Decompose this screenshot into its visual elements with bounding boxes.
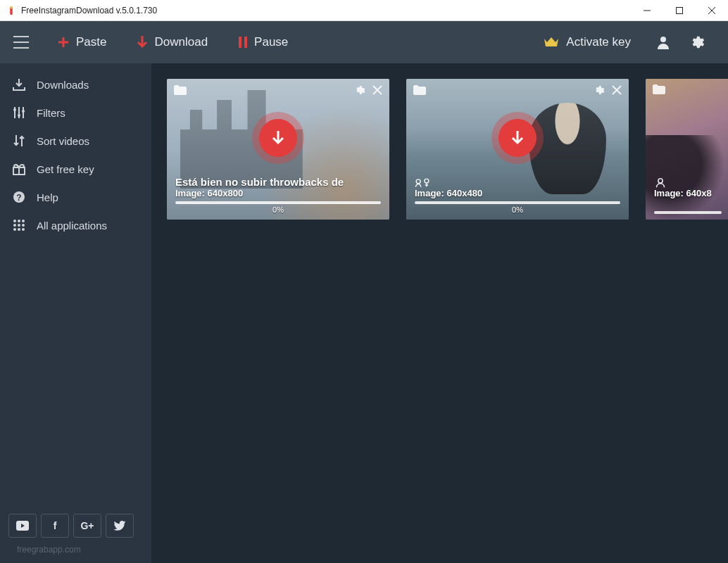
activate-label: Activate key <box>566 35 631 49</box>
pause-label: Pause <box>254 35 288 49</box>
sidebar-item-label: Help <box>37 191 58 203</box>
gift-icon <box>11 162 27 176</box>
googleplus-button[interactable]: G+ <box>73 514 101 538</box>
social-links: f G+ <box>0 514 151 542</box>
window-titlebar: FreeInstagramDownload v.5.0.1.730 <box>0 0 728 21</box>
svg-rect-2 <box>677 7 683 13</box>
activate-key-button[interactable]: Activate key <box>528 21 646 63</box>
download-tray-icon <box>11 77 27 91</box>
download-arrow-icon <box>272 130 284 146</box>
svg-point-12 <box>13 220 16 222</box>
sidebar-item-downloads[interactable]: Downloads <box>0 70 151 99</box>
svg-rect-3 <box>239 37 241 48</box>
svg-point-17 <box>22 224 25 227</box>
window-minimize-button[interactable] <box>631 0 663 21</box>
svg-point-1 <box>10 6 13 8</box>
card-dimensions <box>654 177 722 188</box>
card-caption: Está bien no subir throwbacks de <box>175 176 381 188</box>
svg-point-16 <box>18 224 20 227</box>
twitter-button[interactable] <box>106 514 134 538</box>
card-dimensions-text: Image: 640x480 <box>415 188 620 198</box>
app-icon <box>6 5 17 16</box>
download-arrow-icon <box>137 36 147 49</box>
facebook-button[interactable]: f <box>41 514 69 538</box>
twitter-icon <box>113 521 126 531</box>
card-gear-icon[interactable] <box>594 84 605 96</box>
sidebar-item-label: All applications <box>37 220 107 232</box>
sidebar-item-label: Filters <box>37 107 65 119</box>
plus-icon <box>58 37 69 48</box>
hamburger-menu-button[interactable] <box>0 21 42 63</box>
svg-point-19 <box>18 228 20 231</box>
sidebar-item-sort[interactable]: Sort videos <box>0 127 151 155</box>
pause-button[interactable]: Pause <box>223 21 303 63</box>
window-title: FreeInstagramDownload v.5.0.1.730 <box>21 6 157 15</box>
youtube-button[interactable] <box>8 514 37 538</box>
svg-point-13 <box>18 220 20 222</box>
svg-point-15 <box>13 224 16 227</box>
card-download-button[interactable] <box>259 119 297 157</box>
download-arrow-icon <box>511 130 524 146</box>
svg-point-24 <box>658 179 663 183</box>
svg-point-23 <box>425 179 429 183</box>
footer-link[interactable]: freegrabapp.com <box>0 542 151 563</box>
window-close-button[interactable] <box>696 0 728 21</box>
paste-button[interactable]: Paste <box>42 21 122 63</box>
sidebar-item-getkey[interactable]: Get free key <box>0 155 151 183</box>
svg-point-5 <box>660 37 666 42</box>
card-progress: 0% <box>415 201 620 214</box>
account-button[interactable] <box>646 21 680 63</box>
download-button[interactable]: Download <box>122 21 223 63</box>
person-icon <box>656 35 670 49</box>
svg-text:?: ? <box>16 193 21 203</box>
card-progress <box>654 211 722 214</box>
folder-icon[interactable] <box>413 85 426 95</box>
crown-icon <box>544 37 559 48</box>
folder-icon[interactable] <box>653 84 665 94</box>
paste-label: Paste <box>76 35 106 49</box>
sidebar-item-allapps[interactable]: All applications <box>0 211 151 239</box>
svg-point-7 <box>18 114 20 117</box>
card-progress-pct: 0% <box>175 205 381 214</box>
sidebar-item-label: Get free key <box>37 163 94 175</box>
card-gear-icon[interactable] <box>354 84 365 96</box>
googleplus-icon: G+ <box>80 520 94 531</box>
sidebar-item-filters[interactable]: Filters <box>0 99 151 127</box>
card-download-button[interactable] <box>498 119 536 157</box>
folder-icon[interactable] <box>174 85 187 95</box>
svg-point-6 <box>13 108 16 111</box>
card-progress: 0% <box>175 201 381 214</box>
sidebar: Downloads Filters Sort videos Get free k… <box>0 63 151 563</box>
sliders-icon <box>11 106 27 120</box>
card-close-icon[interactable] <box>612 85 622 95</box>
gear-icon <box>689 34 705 50</box>
content-area: Está bien no subir throwbacks de Image: … <box>151 63 728 563</box>
help-icon: ? <box>11 190 27 204</box>
sort-icon <box>11 134 27 148</box>
svg-point-20 <box>22 228 25 231</box>
download-card[interactable]: Image: 640x480 0% <box>406 79 629 220</box>
toolbar: Paste Download Pause Activate key <box>0 21 728 63</box>
download-card[interactable]: Image: 640x8 <box>646 79 728 220</box>
card-close-icon[interactable] <box>372 85 382 95</box>
grid-icon <box>11 218 27 232</box>
svg-point-22 <box>416 179 420 184</box>
card-dimensions: Image: 640x800 <box>175 188 381 198</box>
svg-point-18 <box>13 228 16 231</box>
user-icon <box>654 178 667 188</box>
sidebar-item-label: Downloads <box>37 79 89 91</box>
window-maximize-button[interactable] <box>663 0 696 21</box>
sidebar-item-label: Sort videos <box>37 135 89 147</box>
card-thumbnail <box>646 79 728 220</box>
sidebar-item-help[interactable]: ? Help <box>0 183 151 211</box>
user-gender-icon <box>415 178 430 188</box>
settings-button[interactable] <box>680 21 714 63</box>
download-card[interactable]: Está bien no subir throwbacks de Image: … <box>167 79 389 220</box>
svg-point-14 <box>22 220 25 222</box>
svg-point-8 <box>22 110 25 113</box>
card-dimensions-text: Image: 640x8 <box>654 188 722 198</box>
download-label: Download <box>154 35 208 49</box>
card-progress-pct: 0% <box>415 205 620 214</box>
youtube-icon <box>16 521 29 531</box>
card-dimensions <box>415 177 620 188</box>
